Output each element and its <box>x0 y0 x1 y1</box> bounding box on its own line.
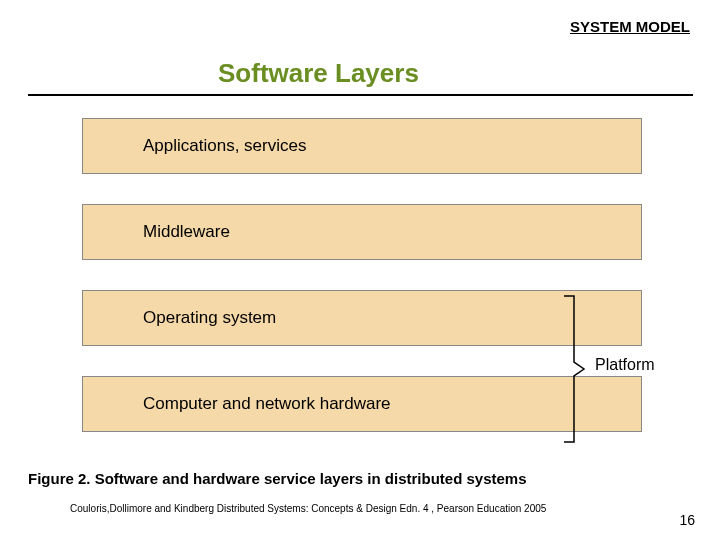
layer-label: Computer and network hardware <box>143 394 391 414</box>
layers-diagram: Applications, services Middleware Operat… <box>82 118 642 432</box>
layer-os: Operating system <box>82 290 642 346</box>
header-label: SYSTEM MODEL <box>570 18 690 35</box>
slide-title: Software Layers <box>218 58 419 89</box>
layer-applications: Applications, services <box>82 118 642 174</box>
layer-gap <box>82 260 642 290</box>
page-number: 16 <box>679 512 695 528</box>
layer-gap <box>82 174 642 204</box>
platform-label: Platform <box>595 356 655 374</box>
figure-caption: Figure 2. Software and hardware service … <box>28 470 527 487</box>
layer-gap <box>82 346 642 376</box>
layer-hardware: Computer and network hardware <box>82 376 642 432</box>
layer-label: Applications, services <box>143 136 306 156</box>
title-underline <box>28 94 693 96</box>
citation-text: Couloris,Dollimore and Kindberg Distribu… <box>70 503 546 514</box>
layer-middleware: Middleware <box>82 204 642 260</box>
layer-label: Middleware <box>143 222 230 242</box>
layer-label: Operating system <box>143 308 276 328</box>
